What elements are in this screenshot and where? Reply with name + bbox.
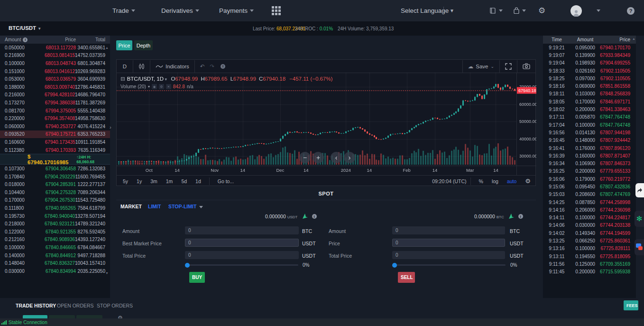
tab-market[interactable]: MARKET (120, 204, 142, 209)
sell-amount-input[interactable] (392, 226, 505, 234)
assistant-widget[interactable]: ✻ (635, 211, 644, 227)
info-icon[interactable]: i (23, 37, 28, 42)
range-5y[interactable]: 5y (117, 178, 132, 184)
trade-row[interactable]: 9:16:450.14800067807.924442 (543, 137, 636, 144)
orderbook-row[interactable]: 0.17000067904.26753011543.725480 (0, 196, 110, 205)
tab-trade-history[interactable]: TRADE HISTORY (16, 303, 56, 308)
zoom-in-button[interactable]: + (313, 152, 324, 163)
fullscreen-button[interactable] (500, 60, 517, 73)
save-layout-button[interactable]: ☁ Save ⌄ (463, 60, 499, 73)
trade-row[interactable]: 9:17:040.10000067847.764748 (543, 121, 636, 129)
range-1y[interactable]: 1y (132, 178, 146, 184)
share-widget[interactable] (635, 183, 644, 197)
apps-grid-button[interactable] (272, 0, 281, 21)
collapse-orderbook-handle[interactable]: › (110, 122, 114, 132)
trade-row[interactable]: 9:13:160.10000067725.828111 (543, 245, 636, 252)
trade-row[interactable]: 9:16:250.20000067779.655133 (543, 168, 636, 175)
wallet-menu[interactable] (513, 0, 526, 21)
trade-row[interactable]: 9:14:110.10000067744.224817 (543, 214, 636, 222)
orderbook-row[interactable]: 0.01800067904.2853911222.277137 (0, 181, 110, 189)
range-5d[interactable]: 5d (177, 178, 191, 184)
trade-row[interactable]: 9:17:110.00587067847.764748 (543, 113, 636, 121)
chat-widget[interactable] (635, 239, 644, 255)
orderbook-row[interactable]: 0.10730067904.3064587286.132083 (0, 165, 110, 173)
range-1m[interactable]: 1m (162, 178, 177, 184)
buy-amount-input[interactable] (185, 226, 299, 234)
auto-scale-button[interactable]: auto (503, 178, 521, 184)
orderbook-row[interactable]: 0.03000067840.8349942035.225050 (0, 267, 110, 275)
sell-total-input[interactable] (392, 251, 505, 259)
sell-amount-slider[interactable] (393, 264, 506, 266)
trade-row[interactable]: 9:19:070.13990067933.984349 (543, 51, 636, 59)
trade-row[interactable]: 9:13:250.06625067725.860361 (543, 237, 636, 244)
orderbook-row[interactable]: 0.17327067994.38603811781.387269 (0, 99, 110, 107)
tab-price[interactable]: Price (116, 40, 132, 50)
pair-selector[interactable]: BTC/USDT ▼ (9, 25, 41, 31)
orderbook-row[interactable]: 0.05000068013.1172283400.655861 (0, 44, 110, 52)
trade-row[interactable]: 9:16:390.16000067807.871407 (543, 152, 636, 159)
orderbook-row[interactable]: 0.05300068013.0365793604.690939 (0, 75, 110, 83)
eye-icon[interactable]: ◉ (152, 84, 157, 89)
buy-total-input[interactable] (185, 251, 299, 259)
orderbook-row[interactable]: 0.21690068013.08141514752.037359 (0, 52, 110, 60)
trade-row[interactable]: 9:14:020.14934067744.194599 (543, 229, 636, 237)
orderbook-row[interactable]: 0.19573067840.94004013278.507194 (0, 212, 110, 220)
goto-button[interactable]: Go to... (213, 178, 238, 184)
account-dropdown[interactable] (597, 0, 600, 21)
nav-payments[interactable]: Payments (219, 0, 254, 21)
trade-row[interactable]: 9:19:210.09500067940.170170 (543, 44, 636, 51)
undo-button[interactable]: ↶ (195, 60, 210, 73)
range-3m[interactable]: 3m (146, 178, 162, 184)
last-price-bar[interactable]: $ 67940.17016985 ↑24H H: 68,060.68 (0, 154, 110, 165)
orderbook-row[interactable]: 0.10440067904.2753287089.206344 (0, 188, 110, 196)
orderbook-row[interactable]: 0.21800067840.92312114789.321240 (0, 220, 110, 228)
trade-row[interactable]: 9:13:110.19455067725.818095 (543, 252, 636, 260)
orderbook-row[interactable]: 0.10000067840.8466656784.084667 (0, 243, 110, 251)
indicators-button[interactable]: Indicators (150, 60, 194, 73)
volume-legend[interactable]: Volume (20)▾ ◉ ⚙ ✕ 842.8 n/a (120, 84, 333, 89)
orderbook-row[interactable]: 0.21216067840.90893614393.127240 (0, 236, 110, 244)
trade-row[interactable]: 9:18:110.10300067848.256839 (543, 90, 636, 98)
orderbook-row[interactable]: 0.14000067840.8449129497.718288 (0, 251, 110, 260)
trade-row[interactable]: 9:14:250.08785067744.258998 (543, 198, 636, 206)
trade-row[interactable]: 9:14:060.03000067744.203138 (543, 222, 636, 229)
orderbook-row[interactable]: 0.10000068013.0487436801.304874 (0, 59, 110, 67)
scroll-right-button[interactable]: › (344, 152, 355, 163)
snapshot-button[interactable] (517, 60, 535, 73)
trade-row[interactable]: 9:16:560.01413067807.944198 (543, 129, 636, 136)
nav-derivatives[interactable]: Derivatives (161, 0, 199, 21)
settings-button[interactable]: ⚙ (538, 0, 545, 21)
trade-row[interactable]: 9:16:410.17600067807.896120 (543, 144, 636, 152)
orderbook-row[interactable]: 0.15100068013.04161210269.969283 (0, 67, 110, 75)
trade-row[interactable]: 9:18:160.06900067851.861558 (543, 82, 636, 90)
redo-button[interactable]: ↷ (210, 60, 220, 73)
order-type-dropdown[interactable] (199, 204, 203, 209)
orderbook-row[interactable]: 0.21600067994.42810214686.796470 (0, 91, 110, 99)
orderbook-row[interactable]: 0.09352067940.1757216353.765233 (0, 130, 110, 139)
axis-settings-gear-icon[interactable]: ⚙ (521, 177, 535, 185)
nav-trade[interactable]: Trade (112, 0, 135, 21)
orderbook-row[interactable]: 0.14804067840.83632710043.157410 (0, 259, 110, 267)
scroll-up-arrow[interactable]: ▲ (632, 37, 635, 40)
candle-style-button[interactable] (133, 60, 150, 73)
tab-open-orders[interactable]: OPEN ORDERS (57, 303, 94, 308)
close-icon[interactable]: ✕ (166, 84, 171, 89)
tab-stop-limit[interactable]: STOP-LIMIT (168, 204, 196, 209)
fees-button[interactable]: FEES (624, 300, 638, 310)
tab-limit[interactable]: LIMIT (148, 204, 161, 209)
sell-price-input[interactable] (392, 239, 505, 247)
sell-button[interactable]: SELL (398, 272, 415, 283)
orderbook-row[interactable]: 0.11238067940.1703937635.116349 (0, 146, 110, 154)
trade-row[interactable]: 9:11:450.20000067715.595938 (543, 268, 636, 276)
chart-clock[interactable]: 09:20:04 (UTC) (432, 178, 466, 184)
info-icon[interactable]: i (312, 214, 317, 219)
trade-row[interactable]: 9:15:030.20860067807.474769 (543, 191, 636, 198)
orderbook-row[interactable]: 0.18800068013.00974012786.445831 (0, 83, 110, 91)
help-button[interactable]: ? (627, 0, 635, 21)
scroll-left-button[interactable]: ‹ (331, 152, 342, 163)
orderbook-row[interactable]: 0.08170067994.3750055555.140438 (0, 107, 110, 115)
tab-depth[interactable]: Depth (134, 40, 153, 50)
ohlc-legend[interactable]: ⊟BTC/USDT, 1D ▾ O67948.99H67989.65L67948… (120, 75, 333, 82)
trade-row[interactable]: 9:18:250.09700067902.110505 (543, 75, 636, 82)
buy-amount-slider[interactable] (185, 264, 298, 266)
